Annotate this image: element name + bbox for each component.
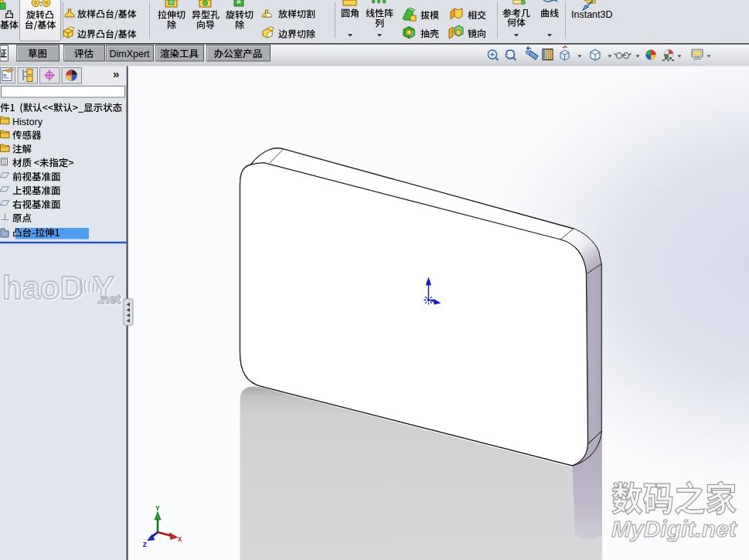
svg-text:.net: .net	[97, 292, 121, 307]
svg-text:»: »	[113, 67, 119, 80]
svg-text:History: History	[12, 117, 43, 127]
svg-text:Instant3D: Instant3D	[571, 9, 613, 20]
svg-text:Y: Y	[155, 505, 160, 513]
svg-text:MyDigit.net: MyDigit.net	[611, 516, 738, 541]
svg-text:haoD: haoD	[2, 270, 83, 306]
svg-text:Z: Z	[143, 541, 147, 549]
svg-text:DimXpert: DimXpert	[109, 49, 150, 59]
svg-text:X: X	[178, 536, 182, 544]
